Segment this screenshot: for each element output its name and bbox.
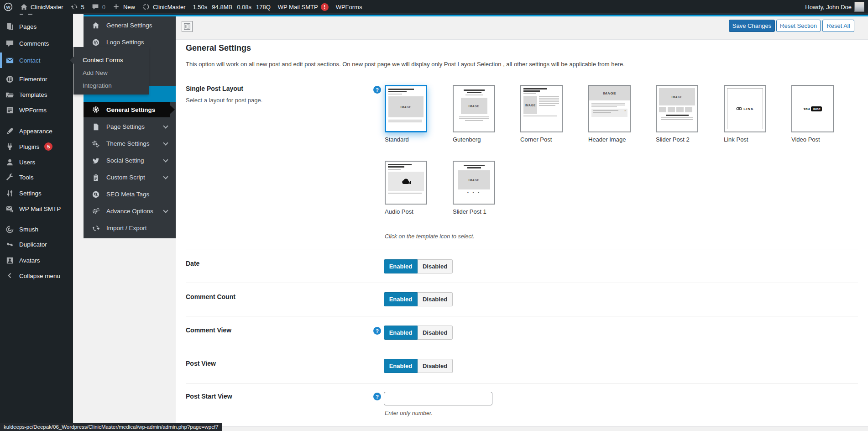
howdy-account-menu[interactable]: Howdy, John Doe [801, 0, 868, 14]
sidebar-item-avatars[interactable]: Avatars [0, 252, 73, 268]
status-bar: kuldeeps-pc/Deepak/06_Wordpress/ClinicMa… [0, 423, 222, 431]
layout-thumbnail[interactable]: IMAGE [656, 85, 698, 132]
layout-option-slider-post-2[interactable]: IMAGE Slider Post 2 [656, 85, 698, 143]
sidebar-item-label: Contact [19, 57, 41, 64]
layout-thumbnail[interactable] [385, 161, 427, 205]
panel-item-import-export[interactable]: Import / Export [84, 220, 176, 237]
comments-link[interactable]: 0 [88, 0, 109, 14]
layout-name: Video Post [791, 136, 834, 143]
site-home-link[interactable]: ClinicMaster [16, 0, 67, 14]
sidebar-item-collapse-menu[interactable]: Collapse menu [0, 268, 73, 284]
sidebar-item-plugins[interactable]: Plugins 5 [0, 139, 73, 154]
sidebar-item-elementor[interactable]: Elementor [0, 71, 73, 87]
flyout-item-label: Add New [83, 69, 108, 76]
enabled-button[interactable]: Enabled [384, 292, 418, 306]
layout-thumbnail[interactable]: IMAGE ” [588, 85, 631, 132]
layout-option-slider-post-1[interactable]: IMAGE • • • Slider Post 1 [453, 161, 495, 215]
layout-thumbnail[interactable]: You Tube [791, 85, 834, 132]
sidebar-item-wp-mail-smtp[interactable]: WP Mail SMTP [0, 201, 73, 216]
layout-thumbnail[interactable]: LINK [724, 85, 766, 132]
sidebar-item-label: Avatars [19, 257, 40, 264]
panel-item-label: Import / Export [106, 225, 147, 231]
flyout-item-label: Contact Forms [83, 57, 123, 63]
sidebar-item-label: Comments [19, 40, 49, 47]
sidebar-item-contact[interactable]: Contact [0, 53, 73, 68]
panel-item-page-settings[interactable]: Page Settings [84, 118, 176, 135]
enabled-button[interactable]: Enabled [384, 326, 418, 340]
layout-thumbnail[interactable]: IMAGE [385, 85, 427, 132]
perf-time2: 0.08s [237, 4, 251, 11]
flyout-item-contact-forms[interactable]: Contact Forms [73, 53, 149, 66]
image-placeholder: IMAGE [659, 88, 695, 105]
sidebar-item-templates[interactable]: Templates [0, 87, 73, 102]
layout-option-header-image[interactable]: IMAGE ” Header Image [588, 85, 631, 143]
panel-item-theme-settings[interactable]: Theme Settings [84, 135, 176, 152]
panel-item-general-settings-active[interactable]: General Settings [84, 102, 170, 117]
wp-mail-smtp-menu[interactable]: WP Mail SMTP ! [274, 0, 332, 14]
disabled-button[interactable]: Disabled [418, 292, 453, 306]
sidebar-item-duplicator[interactable]: Duplicator [0, 237, 73, 252]
layout-thumbnail[interactable]: IMAGE • • • [453, 161, 495, 205]
flyout-item-add-new[interactable]: Add New [73, 66, 149, 79]
layout-name: Standard [385, 136, 427, 143]
sidebar-item-label: Users [19, 159, 35, 166]
sidebar-item-smush[interactable]: Smush [0, 221, 73, 237]
layout-thumbnail[interactable]: IMAGE [453, 85, 495, 132]
chain-link-icon [736, 107, 742, 110]
disabled-button[interactable]: Disabled [418, 259, 453, 273]
reset-all-button[interactable]: Reset All [822, 20, 854, 32]
panel-item-label: Social Setting [106, 157, 144, 164]
image-placeholder: IMAGE [388, 96, 424, 117]
sidebar-item-users[interactable]: Users [0, 154, 73, 170]
admin-top-bar: W ClinicMaster 5 0 New ClinicMaster 1.50… [0, 0, 868, 14]
single-post-layout-sublabel: Select a layout for post page. [186, 97, 262, 104]
sidebar-item-settings[interactable]: Settings [0, 185, 73, 201]
sidebar-item-wpforms[interactable]: WPForms [0, 102, 73, 118]
panel-item-social-setting[interactable]: Social Setting [84, 152, 176, 169]
panel-item-general-settings-top[interactable]: General Settings [84, 17, 176, 34]
panel-item-label: Theme Settings [106, 140, 150, 147]
sidebar-item-comments[interactable]: Comments [0, 36, 73, 51]
sidebar-item-label: Settings [19, 190, 42, 197]
help-icon[interactable]: ? [373, 86, 381, 94]
youtube-logo: You Tube [795, 88, 831, 129]
enabled-button[interactable]: Enabled [384, 359, 418, 373]
flyout-item-integration[interactable]: Integration [73, 79, 149, 92]
warning-badge: ! [321, 3, 329, 11]
sidebar-item-pages[interactable]: Pages [0, 19, 73, 34]
layout-option-audio-post[interactable]: Audio Post [385, 161, 427, 215]
sidebar-item-tools[interactable]: Tools [0, 169, 73, 185]
help-icon[interactable]: ? [373, 327, 381, 335]
layout-thumbnail[interactable]: IMAGE [520, 85, 563, 132]
layout-name: Link Post [724, 136, 766, 143]
layout-option-link-post[interactable]: LINK Link Post [724, 85, 766, 143]
enabled-button[interactable]: Enabled [384, 259, 418, 273]
layout-option-corner-post[interactable]: IMAGE Corner Post [520, 85, 563, 143]
wordpress-menu[interactable]: W [0, 0, 16, 14]
help-icon[interactable]: ? [373, 393, 381, 400]
panel-item-advance-options[interactable]: Advance Options [84, 203, 176, 220]
mail-send-icon [5, 205, 14, 213]
duplicator-icon [5, 240, 14, 249]
panel-item-custom-script[interactable]: Custom Script [84, 169, 176, 186]
disabled-button[interactable]: Disabled [418, 326, 453, 340]
link-text: LINK [743, 107, 754, 111]
setting-label-comment-view: Comment View [186, 326, 231, 334]
sidebar-item-label: Elementor [19, 76, 47, 83]
sidebar-item-label: Duplicator [19, 241, 47, 248]
reset-section-button[interactable]: Reset Section [776, 20, 821, 32]
wpforms-menu[interactable]: WPForms [332, 0, 366, 14]
sidebar-item-appearance[interactable]: Appearance [0, 123, 73, 139]
layout-option-standard[interactable]: IMAGE Standard [385, 85, 427, 143]
post-start-view-input[interactable] [384, 392, 492, 405]
new-content-menu[interactable]: New [109, 0, 139, 14]
updates-link[interactable]: 5 [67, 0, 88, 14]
panel-item-seo-meta-tags[interactable]: SEO Meta Tags [84, 186, 176, 203]
layout-option-gutenberg[interactable]: IMAGE Gutenberg [453, 85, 495, 143]
layout-name: Slider Post 2 [656, 136, 698, 143]
layout-option-video-post[interactable]: You Tube Video Post [791, 85, 834, 143]
setting-label-date: Date [186, 260, 199, 267]
disabled-button[interactable]: Disabled [418, 359, 453, 373]
theme-menu[interactable]: ClinicMaster [139, 0, 189, 14]
save-changes-button[interactable]: Save Changes [729, 20, 775, 32]
